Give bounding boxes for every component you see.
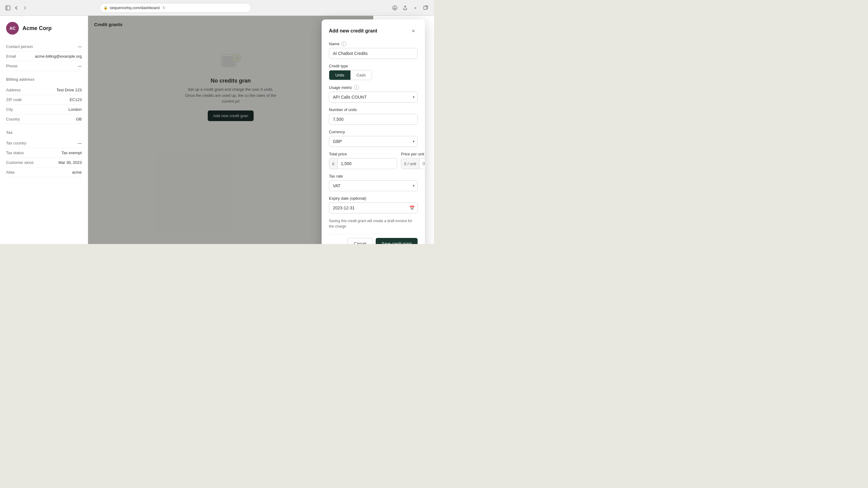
country-value: GB [76,117,82,121]
phone-value: — [78,64,82,68]
share-icon[interactable] [402,5,408,11]
browser-chrome: 🔒 sequencehq.com/dashboard ↻ + [0,0,434,16]
price-per-unit-group: Price per unit £ / unit [401,152,425,169]
price-row: Total price £ Price per unit £ / unit [329,152,417,169]
address-value: Test Drive 123 [57,88,82,92]
usage-metric-select[interactable]: API Calls COUNT Requests COUNT Storage G… [329,92,417,103]
customer-since-value: Mar 30, 2023 [58,160,82,165]
customer-name: Acme Corp [23,25,52,32]
expiry-date-input[interactable] [329,202,417,213]
number-of-units-input[interactable] [329,114,417,125]
customer-since-row: Customer since Mar 30, 2023 [6,158,82,167]
units-button[interactable]: Units [329,70,350,80]
zip-value: EC123 [69,97,82,102]
modal-actions: Cancel Save credit grant [329,234,417,244]
sidebar-toggle-icon[interactable] [5,5,11,11]
total-price-prefix: £ [329,159,338,169]
price-per-unit-label: Price per unit [401,152,425,156]
alias-label: Alias [6,170,14,174]
usage-metric-label: Usage metric i [329,85,417,90]
zip-row: ZIP code EC123 [6,95,82,105]
usage-metric-select-wrapper: API Calls COUNT Requests COUNT Storage G… [329,92,417,103]
city-label: City [6,107,13,112]
number-of-units-group: Number of units [329,107,417,125]
modal-header: Add new credit grant × [329,27,417,35]
main-content: AC Acme Corp Contact person — Email acme… [0,16,434,244]
save-credit-grant-button[interactable]: Save credit grant [376,238,417,244]
tax-rate-label: Tax rate [329,174,417,178]
usage-metric-info-icon[interactable]: i [354,85,359,90]
total-price-label: Total price [329,152,397,156]
modal-close-button[interactable]: × [409,27,417,35]
credit-type-label: Credit type [329,64,417,68]
svg-rect-5 [424,6,427,9]
add-credit-grant-modal: Add new credit grant × Name i Credit typ… [322,20,425,244]
phone-row: Phone — [6,61,82,71]
forward-button[interactable] [22,5,28,11]
billing-section-label: Billing address [6,77,82,82]
price-per-unit-input[interactable] [420,158,425,169]
total-price-input-wrapper: £ [329,158,397,169]
modal-footer-note: Saving this credit grant will create a d… [329,218,417,229]
alias-value: acme [72,170,82,174]
country-label: Country [6,117,20,121]
address-row: Address Test Drive 123 [6,85,82,95]
tax-status-label: Tax status [6,151,24,155]
expiry-date-label: Expiry date (optional) [329,196,417,201]
currency-label: Currency [329,130,417,134]
name-field-group: Name i [329,41,417,59]
modal-title: Add new credit grant [329,28,377,34]
browser-actions: + [392,5,429,11]
customer-panel: AC Acme Corp Contact person — Email acme… [0,16,88,244]
contact-label: Contact person [6,44,33,49]
tax-country-label: Tax country [6,141,26,145]
credit-type-group: Credit type Units Cash [329,64,417,80]
tax-section-label: Tax [6,130,82,135]
customer-header: AC Acme Corp [6,22,82,35]
number-of-units-label: Number of units [329,107,417,112]
cash-button[interactable]: Cash [350,70,372,80]
svg-rect-0 [6,6,10,10]
country-row: Country GB [6,115,82,124]
tax-country-row: Tax country — [6,138,82,148]
credit-type-toggle: Units Cash [329,70,372,80]
price-per-unit-prefix: £ / unit [401,159,420,169]
name-input[interactable] [329,48,417,59]
expiry-date-group: Expiry date (optional) 📅 [329,196,417,213]
tax-rate-group: Tax rate VAT No tax GST ▾ [329,174,417,191]
tabs-overview-icon[interactable] [423,5,429,11]
email-label: Email [6,54,16,59]
usage-metric-group: Usage metric i API Calls COUNT Requests … [329,85,417,103]
lock-icon: 🔒 [103,6,108,10]
email-row: Email acme-billing@example.org [6,52,82,61]
currency-select[interactable]: GBP USD EUR [329,136,417,147]
contact-value: — [78,44,82,49]
city-row: City London [6,105,82,115]
address-label: Address [6,88,21,92]
back-button[interactable] [13,5,20,11]
new-tab-icon[interactable]: + [412,5,419,11]
customer-since-label: Customer since [6,160,33,165]
total-price-group: Total price £ [329,152,397,169]
tax-status-row: Tax status Tax exempt [6,148,82,158]
price-fields-group: Total price £ Price per unit £ / unit [329,152,417,169]
total-price-input[interactable] [338,158,397,169]
expiry-date-input-wrapper: 📅 [329,202,417,213]
name-info-icon[interactable]: i [341,41,346,46]
cancel-button[interactable]: Cancel [347,238,372,244]
reload-icon[interactable]: ↻ [162,6,165,10]
price-per-unit-input-wrapper: £ / unit [401,158,425,169]
email-value: acme-billing@example.org [35,54,82,59]
alias-row: Alias acme [6,167,82,177]
tax-rate-select[interactable]: VAT No tax GST [329,180,417,191]
download-icon[interactable] [392,5,398,11]
address-bar[interactable]: 🔒 sequencehq.com/dashboard ↻ [100,3,251,13]
zip-label: ZIP code [6,97,22,102]
city-value: London [69,107,82,112]
contact-person-row: Contact person — [6,42,82,52]
url-text: sequencehq.com/dashboard [110,5,159,10]
phone-label: Phone [6,64,18,68]
avatar: AC [6,22,19,35]
name-label: Name i [329,41,417,46]
currency-group: Currency GBP USD EUR ▾ [329,130,417,147]
